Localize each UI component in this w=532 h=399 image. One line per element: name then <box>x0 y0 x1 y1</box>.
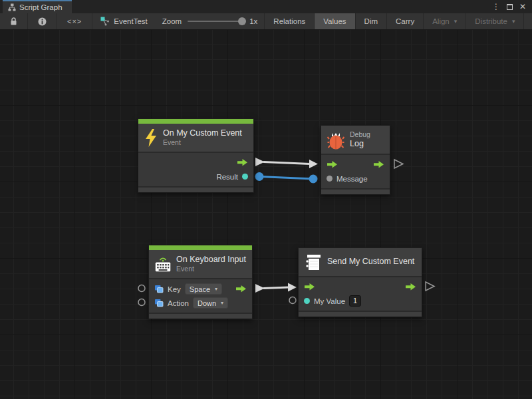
flow-input-port[interactable] <box>327 160 338 169</box>
chevron-down-icon: ▾ <box>512 18 515 25</box>
node-header[interactable]: Send My Custom Event <box>299 248 422 276</box>
dim-button[interactable]: Dim <box>356 13 387 29</box>
chevron-down-icon: ▾ <box>454 18 458 25</box>
input-stub-action[interactable] <box>138 299 145 306</box>
info-button[interactable] <box>28 13 57 29</box>
value-input-row: Message <box>321 172 390 186</box>
chevron-down-icon: ▾ <box>221 300 223 306</box>
node-footer <box>149 313 252 319</box>
node-titles: Send My Custom Event <box>327 257 414 267</box>
action-label: Action <box>168 299 189 307</box>
flow-output-port[interactable] <box>373 160 384 169</box>
my-value-port[interactable] <box>304 298 310 304</box>
result-port[interactable] <box>242 174 248 180</box>
flow-input-port[interactable] <box>304 283 315 291</box>
flow-output-port[interactable] <box>237 158 248 167</box>
result-label: Result <box>216 173 238 181</box>
node-header[interactable]: On Keyboard Input Event <box>149 250 252 278</box>
relations-button[interactable]: Relations <box>265 13 315 29</box>
node-footer <box>321 188 390 194</box>
zoom-control: Zoom 1x <box>156 13 265 29</box>
node-on-keyboard-input[interactable]: On Keyboard Input Event Key Space ▾ <box>148 245 253 319</box>
node-send-my-custom-event[interactable]: Send My Custom Event My Value 1 <box>298 247 422 317</box>
zoom-level: 1x <box>249 17 257 25</box>
node-body: Result <box>138 152 253 186</box>
graph-canvas[interactable]: On My Custom Event Event Result <box>0 30 532 399</box>
zoom-slider[interactable] <box>188 21 243 22</box>
overview-button[interactable]: Overview <box>524 13 532 29</box>
event-accent-bar <box>149 245 252 250</box>
key-dropdown-value: Space <box>190 285 210 293</box>
node-body: Key Space ▾ Action D <box>149 278 252 313</box>
toolbar-toggles: Relations Values Dim Carry Align ▾ Distr… <box>264 13 532 29</box>
flow-output-port[interactable] <box>405 283 416 291</box>
node-on-my-custom-event[interactable]: On My Custom Event Event Result <box>138 118 254 193</box>
tab-script-graph[interactable]: Script Graph <box>3 0 72 13</box>
chevron-down-icon: ▾ <box>215 286 217 292</box>
maximize-box <box>507 4 513 10</box>
maximize-icon[interactable] <box>504 1 515 12</box>
graph-tab-icon <box>8 3 16 11</box>
flow-output-port[interactable] <box>235 285 247 293</box>
close-icon[interactable]: ✕ <box>517 1 528 12</box>
code-icon: <×> <box>67 17 82 25</box>
node-titles: On My Custom Event Event <box>163 128 242 148</box>
lock-button[interactable] <box>0 13 28 29</box>
flow-out-stub-debug-log[interactable] <box>394 160 403 168</box>
node-title: On Keyboard Input <box>176 255 246 265</box>
tab-label: Script Graph <box>19 3 63 11</box>
object-variable-icon <box>154 285 164 293</box>
lightning-bolt-icon <box>144 129 158 147</box>
action-dropdown-value: Down <box>198 299 216 307</box>
node-header[interactable]: Debug Log <box>321 126 390 154</box>
carry-button[interactable]: Carry <box>387 13 424 29</box>
script-graph-window: Script Graph ⋮ ✕ <×> <box>0 0 532 399</box>
key-label: Key <box>168 285 181 293</box>
action-row: Action Down ▾ <box>149 296 252 310</box>
window-controls: ⋮ ✕ <box>491 0 532 13</box>
action-dropdown[interactable]: Down ▾ <box>193 297 228 309</box>
node-title: On My Custom Event <box>163 128 242 139</box>
carry-label: Carry <box>396 17 414 25</box>
relations-label: Relations <box>273 17 305 25</box>
message-label: Message <box>336 175 368 183</box>
graph-reference[interactable]: EventTest <box>92 13 156 29</box>
node-subtitle: Event <box>176 265 246 273</box>
input-stub-my-value[interactable] <box>289 297 296 304</box>
node-subtitle: Event <box>163 138 242 147</box>
key-row: Key Space ▾ <box>149 282 252 296</box>
key-dropdown[interactable]: Space ▾ <box>185 283 222 295</box>
window-menu-icon[interactable]: ⋮ <box>491 1 501 12</box>
graph-toolbar: <×> EventTest Zoom 1x Relations Values D… <box>0 13 532 30</box>
values-label: Values <box>323 17 346 25</box>
flow-connection-1[interactable] <box>255 158 318 168</box>
values-button[interactable]: Values <box>315 13 355 29</box>
flow-out-stub-send-event[interactable] <box>426 282 434 291</box>
node-debug-log[interactable]: Debug Log Message <box>321 125 390 195</box>
graph-name: EventTest <box>114 17 148 25</box>
script-machine-icon <box>305 253 322 271</box>
align-label: Align <box>432 17 450 25</box>
input-stub-key[interactable] <box>138 285 145 292</box>
node-header[interactable]: On My Custom Event Event <box>138 124 253 152</box>
node-pretitle: Debug <box>350 130 370 139</box>
flow-connection-2[interactable] <box>255 283 297 293</box>
info-icon <box>38 17 47 26</box>
connection-layer <box>0 30 532 399</box>
flow-output-row <box>138 156 253 170</box>
keyboard-icon <box>155 254 171 274</box>
node-footer <box>138 186 253 192</box>
dim-label: Dim <box>364 17 378 25</box>
value-connection[interactable] <box>255 172 318 184</box>
edit-source-button[interactable]: <×> <box>57 13 92 29</box>
lock-icon <box>10 17 17 26</box>
my-value-input[interactable]: 1 <box>349 295 361 307</box>
zoom-label: Zoom <box>162 17 182 25</box>
value-output-row: Result <box>138 170 253 184</box>
object-variable-icon <box>154 299 164 307</box>
zoom-slider-knob[interactable] <box>238 17 246 25</box>
distribute-button: Distribute ▾ <box>466 13 524 29</box>
flow-row <box>299 280 422 294</box>
distribute-label: Distribute <box>475 17 507 25</box>
message-port[interactable] <box>327 176 332 182</box>
